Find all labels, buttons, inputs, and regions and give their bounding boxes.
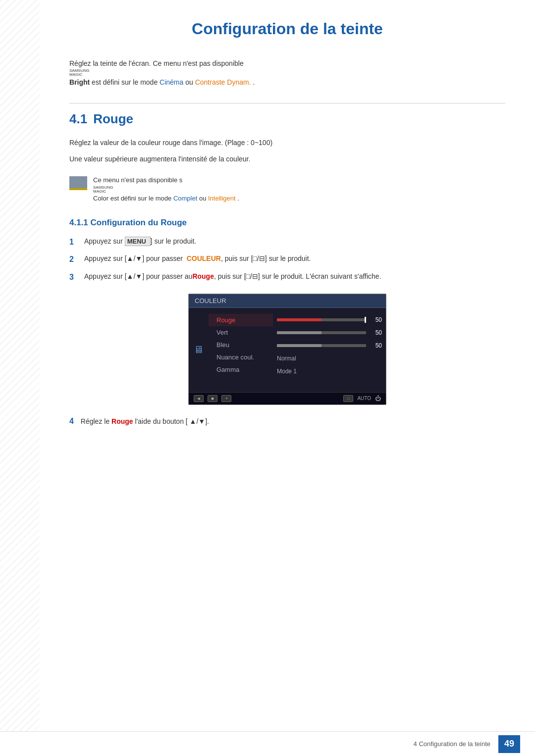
step-1-text: Appuyez sur MENU ] sur le produit. [84,236,196,247]
note-text4: . [236,195,239,202]
osd-btn-square: ■ [208,395,217,402]
osd-bar-rouge [277,318,366,321]
intro-link2: Contraste Dynam. [195,78,251,86]
note-text-content: Ce menu n'est pas disponible sSAMSUNGMAG… [93,175,239,204]
step-4-text: Réglez le [81,417,109,425]
osd-icon-area: 🖥 [189,312,209,388]
section-41-heading: 4.1 Rouge [69,111,505,127]
note-product: Color [93,195,108,202]
step-2-number: 2 [69,253,78,266]
intro-text1: Réglez la teinte de l'écran. Ce menu n'e… [69,59,244,67]
osd-spacer [277,378,382,386]
osd-bar-vert-fill [277,331,321,334]
page-title: Configuration de la teinte [69,20,505,43]
osd-btn-plus: ＋ [221,395,231,402]
osd-row-rouge: 50 [277,314,382,326]
note-link2: Intelligent [208,195,236,202]
osd-btn-left: ◄ [194,395,204,402]
osd-screen: COULEUR 🖥 Rouge Vert Bleu Nuance coul. G… [188,294,386,405]
footer-text: 4 Configuration de la teinte [414,740,490,748]
osd-item-rouge: Rouge [209,314,273,326]
osd-body: 🖥 Rouge Vert Bleu Nuance coul. Gamma 50 [189,308,386,392]
intro-link1: Cinéma [160,78,183,86]
step-1: 1 Appuyez sur MENU ] sur le produit. [69,236,505,249]
osd-row-gamma: Mode 1 [277,365,382,377]
step-3-number: 3 [69,271,78,284]
step-2-text: Appuyez sur [▲/▼] pour passer COULEUR, p… [84,253,311,264]
note-brand: SAMSUNGMAGIC [93,186,239,194]
osd-value-vert: 50 [370,329,382,336]
osd-bar-vert [277,331,366,334]
osd-bottom-bar: ◄ ■ ＋ □ AUTO ⏻ [189,392,386,404]
osd-bar-bleu-fill [277,344,321,347]
intro-paragraph: Réglez la teinte de l'écran. Ce menu n'e… [69,58,505,88]
monitor-icon: 🖥 [194,344,204,355]
step-2: 2 Appuyez sur [▲/▼] pour passer COULEUR,… [69,253,505,266]
osd-text-nuance: Normal [277,355,296,362]
step-4-number: 4 [69,417,74,425]
osd-title: COULEUR [189,294,386,308]
footer-page-number: 49 [498,735,520,753]
osd-text-gamma: Mode 1 [277,368,297,375]
note-text3: ou [197,195,208,202]
step-3: 3 Appuyez sur [▲/▼] pour passer auRouge,… [69,271,505,284]
osd-power-icon: ⏻ [375,395,381,402]
page-footer: 4 Configuration de la teinte 49 [0,731,535,756]
note-box: Ce menu n'est pas disponible sSAMSUNGMAG… [69,173,505,206]
osd-item-gamma: Gamma [209,363,273,376]
intro-product: Bright [69,78,90,86]
step-4-end: l'aide du bouton [ ▲/▼]. [135,417,209,425]
osd-values: 50 50 50 Normal [273,312,386,388]
osd-auto-label: AUTO [357,396,371,401]
step-4-rouge: Rouge [111,417,133,425]
osd-value-rouge: 50 [370,316,382,323]
note-icon [69,176,87,190]
osd-value-bleu: 50 [370,342,382,349]
steps-list: 1 Appuyez sur MENU ] sur le produit. 2 A… [69,236,505,284]
intro-text3: ou [183,78,195,86]
osd-btn-enter: □ [343,395,353,402]
osd-item-bleu: Bleu [209,339,273,351]
section-41-number: 4.1 [69,111,87,127]
brand-samsung-magic: SAMSUNGMAGIC [69,69,505,77]
step-3-text: Appuyez sur [▲/▼] pour passer auRouge, p… [84,271,381,282]
intro-text2: est défini sur le mode [90,78,160,86]
osd-row-vert: 50 [277,327,382,339]
section-41-body1: Réglez la valeur de la couleur rouge dan… [69,137,505,149]
osd-bar-rouge-thumb [365,317,366,323]
osd-bar-bleu [277,344,366,347]
osd-bar-rouge-fill [277,318,321,321]
intro-text4: . [251,78,255,86]
osd-row-nuance: Normal [277,353,382,364]
step-2-couleur: COULEUR [187,254,221,262]
divider [69,103,505,103]
menu-key: MENU [125,237,151,246]
section-41-title: Rouge [93,111,133,127]
step-1-number: 1 [69,236,78,249]
note-text1: Ce menu n'est pas disponible s [93,176,182,184]
page-decoration [0,0,40,733]
section-411-title: Configuration du Rouge [91,218,187,227]
osd-row-bleu: 50 [277,340,382,352]
step-4: 4 Réglez le Rouge l'aide du bouton [ ▲/▼… [69,415,505,428]
note-text2: est défini sur le mode [108,195,173,202]
osd-item-vert: Vert [209,326,273,339]
note-link1: Complet [173,195,197,202]
section-41-body2: Une valeur supérieure augmentera l'inten… [69,153,505,165]
osd-item-nuance: Nuance coul. [209,351,273,363]
step-3-rouge: Rouge [192,272,214,280]
section-411-heading: 4.1.1 Configuration du Rouge [69,218,505,228]
osd-menu-items: Rouge Vert Bleu Nuance coul. Gamma [209,312,273,388]
section-411-number: 4.1.1 [69,218,88,227]
